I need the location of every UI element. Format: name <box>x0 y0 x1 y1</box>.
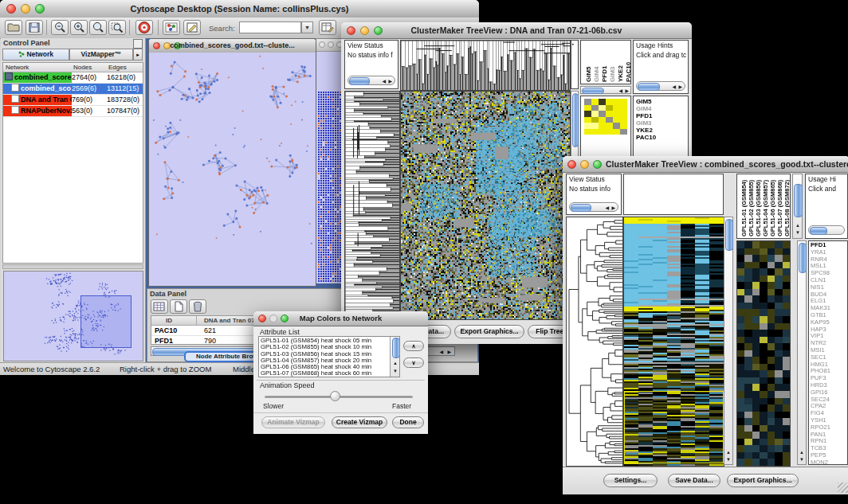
zoom-selected-button[interactable] <box>108 20 126 35</box>
matrix-cell[interactable] <box>620 123 627 129</box>
matrix-cell[interactable] <box>620 99 627 105</box>
matrix-cell[interactable] <box>606 111 613 117</box>
matrix-cell[interactable] <box>613 129 620 135</box>
matrix-cell[interactable] <box>599 123 606 129</box>
scroll-down-icon[interactable]: ▼ <box>726 457 731 462</box>
attribute-list-vscroll[interactable]: ▲ ▼ <box>390 337 399 377</box>
matrix-cell[interactable] <box>584 129 591 135</box>
col-network[interactable]: Network <box>6 64 29 71</box>
matrix-cell[interactable] <box>584 111 591 117</box>
matrix-cell[interactable] <box>591 111 599 117</box>
scroll-up-icon[interactable]: ▲ <box>726 450 731 455</box>
scroll-down-icon[interactable]: ▼ <box>795 230 800 235</box>
matrix-cell[interactable] <box>591 117 599 123</box>
settings-button[interactable]: Settings... <box>603 474 658 487</box>
matrix-cell[interactable] <box>606 117 613 123</box>
matrix-cell[interactable] <box>599 129 606 135</box>
done-button[interactable]: Done <box>392 416 424 428</box>
matrix-cell[interactable] <box>599 117 606 123</box>
scroll-thumb[interactable] <box>349 77 370 85</box>
matrix-cell[interactable] <box>613 123 620 129</box>
matrix-hscroll[interactable]: ◀ ▶ <box>580 86 631 94</box>
network-name-cell[interactable]: combined_sco <box>3 84 72 94</box>
column-label[interactable]: GIM5 <box>585 42 592 82</box>
tab-vizmapper[interactable]: VizMapper™ <box>69 49 133 61</box>
scroll-right-icon[interactable]: ▶ <box>388 79 392 84</box>
matrix-cell[interactable] <box>591 129 599 135</box>
save-data-button[interactable]: Save Data... <box>668 474 720 487</box>
matrix-cell[interactable] <box>606 99 613 105</box>
global-heatmap[interactable] <box>623 217 724 467</box>
gene-label[interactable]: YKE2 <box>636 127 656 134</box>
view-status-scrollbar[interactable]: ◀ ▶ <box>347 76 395 85</box>
treeview2-titlebar[interactable]: ClusterMaker TreeView : combined_scores_… <box>563 156 848 173</box>
gene-label[interactable]: PAC10 <box>636 134 656 141</box>
delete-attribute-button[interactable] <box>189 299 206 314</box>
scroll-thumb[interactable] <box>794 184 803 217</box>
network-row[interactable]: RNAPuberNov2+I563(0)107847(0) <box>3 106 143 117</box>
matrix-cell[interactable] <box>620 111 627 117</box>
tab-overflow-button[interactable]: ▸ <box>133 49 143 61</box>
scroll-up-icon[interactable]: ▲ <box>799 450 804 455</box>
matrix-cell[interactable] <box>606 129 613 135</box>
column-label[interactable]: GPL51-07 (GSM868) <box>776 176 783 236</box>
col-nodes[interactable]: Nodes <box>73 64 92 71</box>
close-button[interactable] <box>319 41 325 48</box>
network-name-cell[interactable]: RNAPuberNov2+I <box>3 106 72 116</box>
matrix-cell[interactable] <box>620 117 627 123</box>
create-vizmap-button[interactable]: Create Vizmap <box>332 416 387 428</box>
scroll-up-icon[interactable]: ▲ <box>393 361 398 365</box>
speed-slider-knob[interactable] <box>330 391 340 401</box>
scroll-down-icon[interactable]: ▼ <box>393 369 398 373</box>
matrix-cell[interactable] <box>599 111 606 117</box>
column-label[interactable]: GPL51-04 (GSM857) <box>762 176 769 236</box>
matrix-cell[interactable] <box>584 105 591 111</box>
row-dendrogram[interactable] <box>344 91 400 320</box>
matrix-cell[interactable] <box>599 99 606 105</box>
column-labels-vscroll[interactable]: ▲ ▼ <box>792 174 803 239</box>
column-dendrogram[interactable] <box>400 40 571 91</box>
column-label[interactable]: GIM3 <box>609 42 616 82</box>
matrix-cell[interactable] <box>591 99 599 105</box>
network-name-cell[interactable]: combined_scores <box>3 72 72 83</box>
row-dendrogram[interactable] <box>566 217 623 467</box>
select-attributes-button[interactable] <box>151 299 168 314</box>
scroll-thumb[interactable] <box>725 219 733 251</box>
scroll-thumb[interactable] <box>799 243 807 273</box>
scroll-left-icon[interactable]: ◀ <box>439 350 443 354</box>
matrix-cell[interactable] <box>620 129 627 135</box>
minimize-button[interactable] <box>328 41 334 48</box>
column-label[interactable]: YKE2 <box>617 42 624 82</box>
attribute-item[interactable]: GPL51-07 (GSM868) heat shock 60 min <box>261 370 389 377</box>
column-label[interactable]: GIM4 <box>593 42 600 82</box>
matrix-cell[interactable] <box>606 105 613 111</box>
help-button[interactable] <box>135 20 153 35</box>
attribute-browser-button[interactable] <box>319 20 336 35</box>
scroll-thumb[interactable] <box>572 93 579 147</box>
matrix-cell[interactable] <box>584 117 591 123</box>
matrix-cell[interactable] <box>584 99 591 105</box>
column-label[interactable]: GPL51-08 (GSM872) <box>783 176 791 236</box>
search-input[interactable] <box>239 21 301 33</box>
matrix-cell[interactable] <box>613 111 620 117</box>
gene-label[interactable]: GIM3 <box>636 119 656 127</box>
scroll-down-icon[interactable]: ▼ <box>799 457 804 462</box>
gene-list-vscroll[interactable]: ▲ ▼ <box>797 240 807 465</box>
scroll-thumb[interactable] <box>392 338 400 358</box>
move-down-button[interactable]: ∨ <box>403 357 424 368</box>
scroll-left-icon[interactable]: ◀ <box>672 84 676 89</box>
network-graph-view[interactable] <box>149 53 316 286</box>
matrix-cell[interactable] <box>606 123 613 129</box>
column-dendrogram-area[interactable] <box>623 174 724 215</box>
matrix-cell[interactable] <box>620 105 627 111</box>
column-label[interactable]: GPL51-06 (GSM865) <box>769 176 776 236</box>
export-graphics-button[interactable]: Export Graphics... <box>454 325 524 338</box>
scroll-thumb[interactable] <box>582 88 604 94</box>
usage-hints-scrollbar[interactable] <box>808 225 845 235</box>
scroll-thumb[interactable] <box>810 227 827 235</box>
dendrogram-divider[interactable]: ▸ <box>571 40 579 89</box>
col-edges[interactable]: Edges <box>108 64 127 71</box>
annotation-tool-button[interactable] <box>183 20 201 35</box>
scroll-left-icon[interactable]: ◀ <box>618 88 622 93</box>
zoom-button[interactable] <box>593 160 602 169</box>
